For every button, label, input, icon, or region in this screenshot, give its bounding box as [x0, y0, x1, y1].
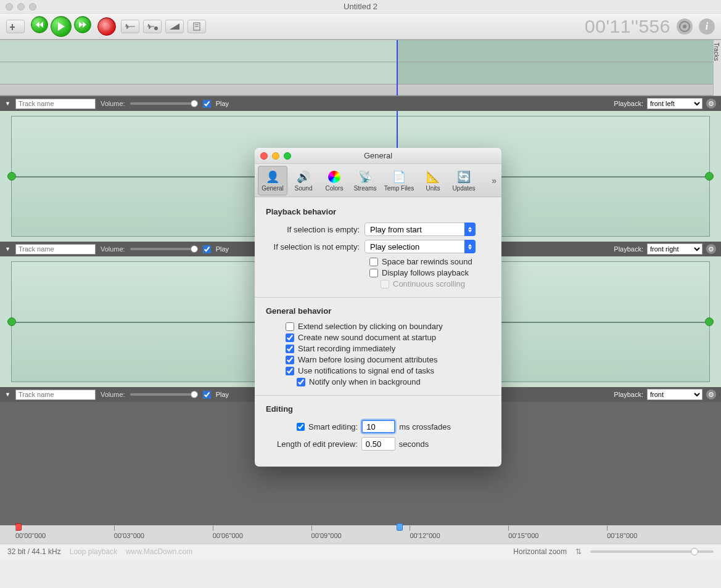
- notify-background-checkbox[interactable]: [297, 378, 305, 386]
- track-disclose-icon[interactable]: ▼: [5, 391, 10, 398]
- forward-button[interactable]: [74, 16, 91, 33]
- volume-label: Volume:: [101, 391, 125, 398]
- extend-selection-checkbox[interactable]: [286, 322, 294, 331]
- tab-updates[interactable]: 🔄Updates: [449, 166, 479, 195]
- tab-colors[interactable]: Colors: [319, 166, 349, 195]
- play-checkbox[interactable]: [203, 100, 211, 108]
- continuous-scroll-label: Continuous scrolling: [393, 279, 465, 288]
- notempty-selection-select[interactable]: Play selection: [365, 240, 476, 253]
- play-checkbox-label: Play: [216, 245, 229, 253]
- overview-side-controls[interactable]: Tracks: [713, 40, 721, 96]
- watermark-text: www.MacDown.com: [126, 547, 192, 556]
- tracks-side-label: Tracks: [712, 43, 720, 61]
- notifications-checkbox[interactable]: [286, 367, 294, 375]
- streams-icon: 📡: [358, 169, 373, 184]
- track-settings-icon[interactable]: ⚙: [706, 390, 716, 399]
- horizontal-zoom-slider[interactable]: [590, 550, 714, 553]
- marker-tool-icon[interactable]: [187, 20, 206, 33]
- timeline-ruler[interactable]: 00'00''000 00'03''000 00'06''000 00'09''…: [0, 525, 721, 544]
- empty-selection-select[interactable]: Play from start: [365, 223, 476, 236]
- track-settings-icon[interactable]: ⚙: [706, 99, 716, 108]
- ruler-tick-label: 00'09''000: [311, 532, 342, 539]
- track-handle-right[interactable]: [705, 317, 714, 326]
- play-checkbox[interactable]: [203, 391, 211, 399]
- time-display: 00'11''556: [585, 16, 670, 37]
- start-recording-label: Start recording immediately: [298, 344, 395, 353]
- track-settings-icon[interactable]: ⚙: [706, 244, 716, 254]
- status-footer: 32 bit / 44.1 kHz Loop playback www.MacD…: [0, 544, 721, 558]
- track-name-input[interactable]: [15, 390, 96, 400]
- playback-mode-label: Loop playback: [70, 547, 117, 556]
- notempty-selection-label: If selection is not empty:: [266, 242, 365, 251]
- notify-background-label: Notify only when in background: [309, 377, 421, 386]
- playback-label-text: Playback:: [614, 245, 643, 253]
- play-checkbox[interactable]: [203, 245, 211, 253]
- track-name-input[interactable]: [15, 99, 96, 109]
- sound-icon: 🔊: [296, 169, 311, 184]
- updates-icon: 🔄: [456, 169, 471, 184]
- selection-tool-icon[interactable]: [6, 20, 25, 33]
- temp-files-icon: 📄: [392, 169, 406, 184]
- tab-temp-files[interactable]: 📄Temp Files: [381, 166, 417, 195]
- create-doc-checkbox[interactable]: [286, 333, 294, 342]
- play-button[interactable]: [51, 16, 72, 37]
- preview-length-label: Length of edit preview:: [277, 439, 358, 449]
- zoom-stepper-icon[interactable]: ⇅: [575, 547, 582, 556]
- extend-selection-label: Extend selection by clicking on boundary: [298, 322, 443, 331]
- fade-tool-icon[interactable]: [165, 20, 184, 33]
- crossfade-suffix: ms crossfades: [399, 422, 451, 431]
- smart-editing-label: Smart editing:: [308, 422, 358, 431]
- dialog-title: General: [255, 151, 501, 160]
- ruler-tick-label: 00'00''000: [15, 532, 46, 539]
- display-follows-checkbox[interactable]: [369, 269, 378, 277]
- main-toolbar: 00'11''556 i: [0, 14, 721, 39]
- warn-attrs-checkbox[interactable]: [286, 356, 294, 364]
- tab-streams[interactable]: 📡Streams: [350, 166, 380, 195]
- ruler-tick-label: 00'15''000: [508, 532, 538, 539]
- track-disclose-icon[interactable]: ▼: [5, 100, 10, 107]
- general-icon: 👤: [265, 169, 280, 184]
- space-rewind-checkbox[interactable]: [369, 258, 378, 266]
- volume-label: Volume:: [101, 100, 125, 107]
- preview-length-suffix: seconds: [399, 439, 429, 449]
- toolbar-overflow-icon[interactable]: »: [492, 176, 496, 186]
- volume-slider[interactable]: [130, 248, 198, 250]
- rewind-button[interactable]: [31, 16, 48, 33]
- volume-slider[interactable]: [130, 393, 198, 396]
- window-title: Untitled 2: [0, 2, 721, 11]
- track-name-input[interactable]: [15, 244, 96, 255]
- start-recording-checkbox[interactable]: [286, 345, 294, 353]
- track-header: ▼ Volume: Play Playback: front left ⚙: [0, 96, 721, 111]
- display-follows-label: Display follows playback: [382, 268, 469, 277]
- track-handle-left[interactable]: [7, 317, 16, 326]
- create-doc-label: Create new sound document at startup: [298, 333, 436, 342]
- playback-output-select[interactable]: front right: [647, 243, 702, 255]
- info-icon[interactable]: i: [699, 18, 715, 35]
- tab-sound[interactable]: 🔊Sound: [289, 166, 318, 195]
- waveform-tool-icon[interactable]: [121, 20, 139, 33]
- tab-units[interactable]: 📐Units: [418, 166, 448, 195]
- overview-panel[interactable]: Tracks: [0, 39, 721, 96]
- crossfade-input[interactable]: [361, 420, 395, 433]
- playback-output-select[interactable]: front left: [647, 98, 702, 109]
- dialog-toolbar: 👤General 🔊Sound Colors 📡Streams 📄Temp Fi…: [255, 164, 501, 197]
- editing-section-title: Editing: [266, 404, 490, 414]
- track-handle-right[interactable]: [705, 172, 714, 181]
- play-checkbox-label: Play: [216, 100, 229, 107]
- playback-output-select[interactable]: front: [647, 389, 702, 400]
- record-button[interactable]: [97, 17, 116, 36]
- track-disclose-icon[interactable]: ▼: [5, 246, 10, 252]
- overview-playhead[interactable]: [397, 40, 398, 96]
- playback-label-text: Playback:: [614, 391, 643, 398]
- preview-length-input[interactable]: [361, 437, 395, 451]
- tab-general[interactable]: 👤General: [258, 166, 287, 195]
- volume-slider[interactable]: [130, 102, 198, 105]
- smart-editing-checkbox[interactable]: [297, 423, 305, 431]
- track-handle-left[interactable]: [7, 172, 16, 181]
- burn-icon[interactable]: [677, 18, 693, 35]
- space-rewind-label: Space bar rewinds sound: [382, 257, 472, 266]
- notifications-label: Use notifications to signal end of tasks: [298, 366, 434, 375]
- svg-point-0: [154, 27, 158, 30]
- ruler-tick-label: 00'03''000: [114, 532, 144, 539]
- waveform-lock-tool-icon[interactable]: [143, 20, 162, 33]
